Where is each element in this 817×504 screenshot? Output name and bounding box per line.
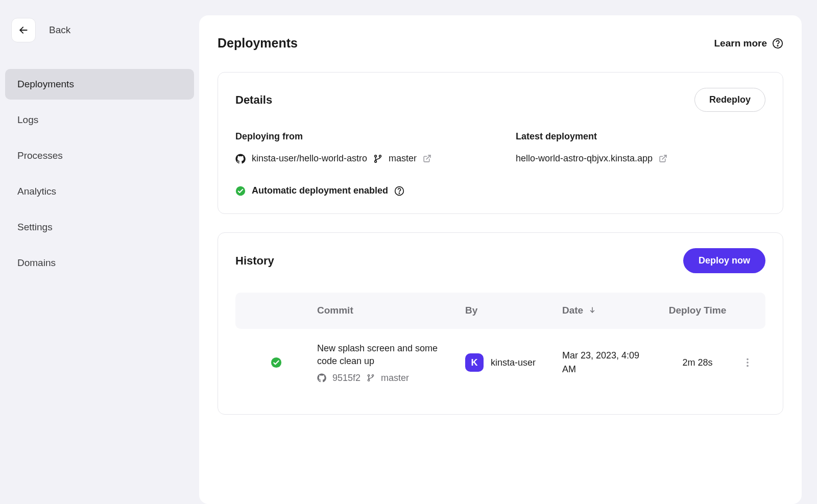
page-title: Deployments: [218, 36, 298, 51]
deploying-from-label: Deploying from: [235, 131, 485, 142]
svg-point-2: [777, 45, 778, 45]
svg-point-15: [368, 379, 369, 381]
auto-deploy-text: Automatic deployment enabled: [252, 185, 388, 196]
actions-cell: [741, 357, 765, 368]
back-button[interactable]: [11, 18, 36, 42]
details-card-title: Details: [235, 93, 272, 107]
commit-sha[interactable]: 9515f2: [332, 373, 361, 383]
latest-deployment-label: Latest deployment: [516, 131, 765, 142]
check-circle-icon: [235, 186, 246, 196]
date-cell: Mar 23, 2023, 4:09 AM: [562, 349, 654, 376]
help-circle-icon: [772, 38, 783, 49]
history-table: Commit By Date Deploy Time: [235, 293, 765, 397]
sidebar-item-analytics[interactable]: Analytics: [5, 176, 194, 207]
sort-desc-icon: [589, 306, 596, 314]
svg-point-4: [379, 155, 381, 157]
by-name: kinsta-user: [491, 357, 536, 368]
svg-point-14: [372, 375, 373, 376]
history-card-header: History Deploy now: [235, 248, 765, 273]
back-row: Back: [5, 18, 194, 42]
more-vertical-icon[interactable]: [742, 357, 753, 368]
sidebar-item-label: Logs: [17, 114, 38, 125]
page-header: Deployments Learn more: [218, 36, 783, 51]
svg-point-18: [747, 365, 749, 367]
svg-point-17: [747, 362, 749, 364]
learn-more-link[interactable]: Learn more: [714, 38, 783, 49]
sidebar-item-settings[interactable]: Settings: [5, 212, 194, 243]
col-date-label: Date: [562, 305, 583, 316]
github-icon: [317, 373, 326, 382]
col-by[interactable]: By: [465, 305, 562, 316]
branch-name: master: [389, 153, 417, 164]
learn-more-label: Learn more: [714, 38, 767, 49]
main-content: Deployments Learn more Details Redeploy …: [199, 15, 802, 504]
sidebar-item-label: Analytics: [17, 186, 56, 197]
history-card-title: History: [235, 254, 274, 268]
redeploy-button[interactable]: Redeploy: [694, 88, 765, 112]
col-deploy-time-label: Deploy Time: [669, 305, 727, 316]
avatar: K: [465, 353, 484, 372]
svg-point-10: [399, 193, 399, 193]
back-label: Back: [49, 25, 70, 36]
latest-deployment-col: Latest deployment hello-world-astro-qbjv…: [516, 131, 765, 164]
details-card-header: Details Redeploy: [235, 88, 765, 112]
sidebar-item-logs[interactable]: Logs: [5, 105, 194, 135]
commit-message: New splash screen and some code clean up: [317, 342, 453, 368]
external-link-icon[interactable]: [423, 154, 431, 163]
history-card: History Deploy now Commit By Date Deplo: [218, 232, 783, 415]
latest-deployment-value: hello-world-astro-qbjvx.kinsta.app: [516, 153, 765, 164]
svg-point-5: [375, 160, 377, 162]
table-row: New splash screen and some code clean up…: [235, 329, 765, 397]
nav-list: Deployments Logs Processes Analytics Set…: [5, 69, 194, 278]
col-date[interactable]: Date: [562, 305, 654, 316]
git-branch-icon: [367, 374, 375, 382]
deploy-time-cell: 2m 28s: [654, 357, 741, 368]
commit-meta: 9515f2 master: [317, 373, 453, 383]
arrow-left-icon: [18, 25, 29, 35]
sidebar: Back Deployments Logs Processes Analytic…: [0, 0, 199, 504]
help-circle-icon[interactable]: [394, 186, 404, 196]
external-link-icon[interactable]: [659, 154, 667, 163]
svg-point-3: [375, 155, 377, 157]
commit-cell: New splash screen and some code clean up…: [317, 342, 465, 383]
svg-point-13: [368, 375, 369, 376]
svg-point-16: [747, 358, 749, 361]
git-branch-icon: [373, 154, 382, 163]
auto-deploy-row: Automatic deployment enabled: [235, 185, 765, 196]
sidebar-item-label: Domains: [17, 257, 56, 268]
commit-branch: master: [381, 373, 409, 383]
details-card: Details Redeploy Deploying from kinsta-u…: [218, 72, 783, 214]
sidebar-item-label: Processes: [17, 150, 63, 161]
sidebar-item-domains[interactable]: Domains: [5, 248, 194, 278]
by-cell: K kinsta-user: [465, 353, 562, 372]
sidebar-item-label: Deployments: [17, 79, 74, 89]
deployment-url[interactable]: hello-world-astro-qbjvx.kinsta.app: [516, 153, 653, 164]
check-circle-icon: [271, 357, 282, 368]
sidebar-item-label: Settings: [17, 222, 53, 232]
status-cell: [235, 357, 317, 368]
col-deploy-time[interactable]: Deploy Time: [654, 304, 741, 318]
deploying-from-col: Deploying from kinsta-user/hello-world-a…: [235, 131, 485, 164]
repo-name[interactable]: kinsta-user/hello-world-astro: [252, 153, 367, 164]
deploying-from-value: kinsta-user/hello-world-astro master: [235, 153, 485, 164]
table-header: Commit By Date Deploy Time: [235, 293, 765, 329]
svg-line-7: [662, 155, 666, 159]
details-grid: Deploying from kinsta-user/hello-world-a…: [235, 131, 765, 164]
github-icon: [235, 154, 246, 164]
col-commit[interactable]: Commit: [317, 305, 465, 316]
sidebar-item-deployments[interactable]: Deployments: [5, 69, 194, 100]
svg-line-6: [426, 155, 430, 159]
sidebar-item-processes[interactable]: Processes: [5, 140, 194, 171]
deploy-now-button[interactable]: Deploy now: [683, 248, 765, 273]
